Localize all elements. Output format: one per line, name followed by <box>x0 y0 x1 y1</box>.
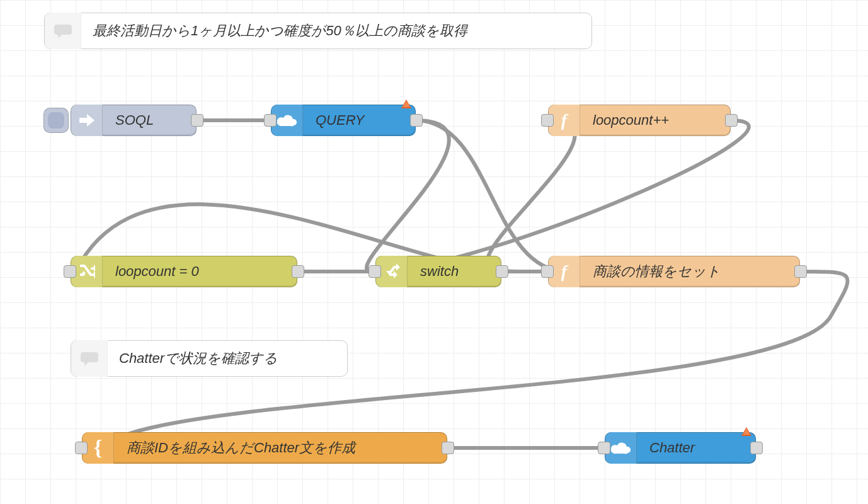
node-label: SOQL <box>103 112 196 129</box>
comment-top[interactable]: 最終活動日から1ヶ月以上かつ確度が50％以上の商談を取得 <box>44 13 592 49</box>
speech-bubble-icon <box>45 13 81 49</box>
port-out[interactable] <box>292 265 304 278</box>
node-label: QUERY <box>303 112 415 129</box>
port-in[interactable] <box>64 265 76 278</box>
port-out[interactable] <box>725 114 738 127</box>
port-in[interactable] <box>541 114 554 127</box>
port-in[interactable] <box>368 265 381 278</box>
comment-text: 最終活動日から1ヶ月以上かつ確度が50％以上の商談を取得 <box>81 21 467 40</box>
node-label: loopcount = 0 <box>103 263 297 280</box>
node-switch[interactable]: switch <box>375 256 501 287</box>
port-out[interactable] <box>496 265 508 278</box>
node-query[interactable]: QUERY <box>271 105 416 136</box>
port-out[interactable] <box>794 265 807 278</box>
node-label: 商談IDを組み込んだChatter文を作成 <box>114 438 447 457</box>
node-label: 商談の情報をセット <box>580 262 799 281</box>
comment-text: Chatterで状況を確認する <box>108 349 278 368</box>
node-set-opportunity-info[interactable]: f 商談の情報をセット <box>548 256 800 287</box>
speech-bubble-icon <box>71 340 108 377</box>
node-label: Chatter <box>637 440 755 456</box>
node-label: switch <box>408 263 501 280</box>
port-out[interactable] <box>191 114 203 127</box>
warning-icon <box>741 427 751 436</box>
port-in[interactable] <box>75 442 88 454</box>
comment-mid[interactable]: Chatterで状況を確認する <box>71 340 348 377</box>
node-chatter[interactable]: Chatter <box>605 432 756 464</box>
port-in[interactable] <box>264 114 277 127</box>
node-build-chatter-template[interactable]: { 商談IDを組み込んだChatter文を作成 <box>82 432 447 464</box>
port-in[interactable] <box>541 265 554 278</box>
warning-icon <box>401 100 411 108</box>
port-in[interactable] <box>598 442 610 454</box>
port-out[interactable] <box>410 114 423 127</box>
node-label: loopcount++ <box>580 112 730 129</box>
port-out[interactable] <box>750 442 763 454</box>
port-out[interactable] <box>442 442 454 454</box>
node-loop-increment[interactable]: f loopcount++ <box>548 105 731 136</box>
node-inject-soql[interactable]: SOQL <box>71 105 197 136</box>
inject-button[interactable] <box>43 108 69 133</box>
arrow-right-icon <box>71 105 103 136</box>
node-loop-init[interactable]: loopcount = 0 <box>71 256 297 287</box>
